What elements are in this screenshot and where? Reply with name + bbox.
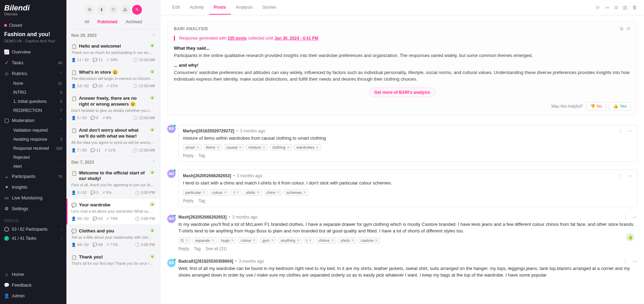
tab-activity[interactable]: Activity (185, 0, 209, 15)
feedback-no-button[interactable]: 👎No (586, 102, 606, 110)
copy-icon[interactable]: ⧉ (614, 5, 618, 10)
collapse-icon[interactable]: — (633, 259, 637, 264)
comment-author[interactable]: Mash[262052666262653] (178, 215, 227, 220)
remove-tag-icon[interactable]: ✕ (231, 238, 234, 242)
moderation-item[interactable]: Response received308 (9, 144, 66, 153)
tag-chip[interactable]: shirts ✕ (243, 189, 261, 196)
moderation-item[interactable]: Alert- (9, 162, 66, 171)
tag-chip[interactable]: separate ✕ (193, 237, 217, 244)
post-item[interactable]: 📋 Answer freely, there are no right or w… (66, 92, 160, 124)
tag-chip[interactable]: schemes ✕ (284, 189, 308, 196)
tag-button[interactable]: Tag (199, 153, 205, 158)
get-more-analysis-button[interactable]: Get more of BARI's analysis (369, 88, 435, 97)
nav-live-monitoring[interactable]: ▭ Live Monitoring (0, 192, 66, 203)
remove-tag-icon[interactable]: ✕ (236, 190, 239, 194)
post-item[interactable]: 📋 And don't worry about what we'll do wi… (66, 124, 160, 156)
nav-admin[interactable]: 👤 Admin (0, 290, 66, 301)
remove-tag-icon[interactable]: ✕ (316, 146, 319, 149)
avatar[interactable]: BA (167, 259, 176, 267)
status-tasks[interactable]: ✓ 41 / 41 Tasks › (0, 234, 66, 243)
remove-tag-icon[interactable]: ✕ (331, 238, 334, 242)
tab-posts[interactable]: Posts (209, 0, 231, 15)
avatar[interactable]: MA (167, 170, 176, 178)
tag-chip[interactable]: colour ✕ (210, 189, 229, 196)
tag-chip[interactable]: mixture ✕ (246, 144, 268, 150)
remove-tag-icon[interactable]: ✕ (303, 190, 306, 194)
rubric-item[interactable]: REDIRECTION7 (9, 106, 66, 115)
comment-author[interactable]: Martyn[261625529729272] (183, 129, 234, 133)
nav-overview[interactable]: 📈 Overview (0, 47, 66, 57)
remove-tag-icon[interactable]: ✕ (239, 146, 242, 149)
tag-chip[interactable]: t ✕ (231, 189, 241, 196)
tag-chip[interactable]: shirts ✕ (338, 237, 356, 244)
nav-tasks[interactable]: ✓ Tasks 48 (0, 57, 66, 68)
comment-menu-icon[interactable]: ⋮ (621, 215, 629, 220)
tag-chip[interactable]: smart ✕ (183, 144, 202, 150)
filter-archived[interactable]: Archived (122, 18, 146, 26)
remove-tag-icon[interactable]: ✕ (375, 238, 378, 242)
tag-icon[interactable]: ⊘ (596, 5, 600, 10)
tab-stories[interactable]: Stories (257, 0, 281, 15)
moderation-item[interactable]: Rejected- (9, 153, 66, 162)
tag-button[interactable]: Tag (199, 198, 205, 203)
delete-icon[interactable]: 🗑 (632, 5, 637, 10)
tag-chip[interactable]: clothing ✕ (270, 144, 292, 150)
tag-chip[interactable]: causal ✕ (224, 144, 244, 150)
reply-button[interactable]: Reply (183, 198, 194, 203)
filter-published[interactable]: Published (94, 18, 121, 26)
comment-author[interactable]: Badca81[261625530358004] (178, 259, 233, 264)
archive-icon[interactable]: ▥ (623, 5, 627, 10)
tag-chip[interactable]: anything ✕ (278, 237, 302, 244)
post-item[interactable]: 📋 Welcome to the official start of our s… (66, 167, 160, 199)
remove-tag-icon[interactable]: ✕ (252, 238, 255, 242)
remove-tag-icon[interactable]: ✕ (297, 238, 299, 242)
remove-tag-icon[interactable]: ✕ (351, 238, 354, 242)
remove-tag-icon[interactable]: ✕ (287, 146, 290, 149)
remove-tag-icon[interactable]: ✕ (263, 146, 265, 149)
remove-tag-icon[interactable]: ✕ (202, 190, 205, 194)
post-item[interactable]: 💬 Your wardrobe 🔒 Let's chat a bit about… (66, 199, 160, 225)
comment-menu-icon[interactable]: ⋮ (617, 129, 625, 133)
nav-rubrics[interactable]: ◇ Rubrics ⌃ (0, 68, 66, 79)
post-item[interactable]: 📋 What's in store 😄 🔒 The discussion wil… (66, 66, 160, 92)
moderation-item[interactable]: Awaiting response3 (9, 135, 66, 144)
filter-all[interactable]: All (81, 18, 92, 26)
posts-count-link[interactable]: 105 posts (227, 36, 247, 41)
rubric-item[interactable]: INTRO5 (9, 88, 66, 97)
like-indicator[interactable]: 👍 (626, 233, 634, 241)
refresh-analysis-icon[interactable]: ⟳ (627, 26, 630, 32)
comment-menu-icon[interactable]: ⋮ (621, 259, 629, 264)
refresh-button[interactable]: ⟳ (85, 5, 95, 15)
nav-insights[interactable]: ✦ Insights (0, 182, 66, 192)
rubric-item[interactable]: None31 (9, 79, 66, 88)
tag-chip[interactable]: colour ✕ (238, 237, 258, 244)
tag-chip[interactable]: hugo ✕ (219, 237, 236, 244)
tag-chip[interactable]: particular ✕ (183, 189, 208, 196)
remove-tag-icon[interactable]: ✕ (196, 146, 199, 149)
rubric-item[interactable]: 1. Initial questions5 (9, 97, 66, 106)
tag-chip[interactable]: items ✕ (204, 144, 222, 150)
date-header[interactable]: Dec 7, 2023⌃ (66, 156, 160, 167)
tag-chip[interactable]: f1 ✕ (178, 237, 191, 244)
nav-moderation[interactable]: ◯ Moderation ⌃ (0, 115, 66, 126)
tab-analysis[interactable]: Analysis (231, 0, 257, 15)
tag-chip[interactable]: wardrobes ✕ (294, 144, 321, 150)
tag-chip[interactable]: gym ✕ (260, 237, 276, 244)
remove-tag-icon[interactable]: ✕ (217, 146, 219, 149)
date-link[interactable]: Jan 30, 2024 · 4:41 PM (274, 36, 318, 41)
tag-button[interactable]: Tag (194, 246, 201, 251)
date-header[interactable]: Nov 29, 2023⌃ (66, 30, 160, 40)
reply-button[interactable]: Reply (183, 153, 194, 158)
avatar[interactable]: MA (167, 125, 176, 133)
comment-author[interactable]: Mash[262052666262653] (183, 173, 231, 178)
filter-button[interactable]: ▽ (108, 5, 118, 15)
tag-chip[interactable]: castore ✕ (359, 237, 380, 244)
remove-tag-icon[interactable]: ✕ (277, 190, 280, 194)
tag-chip[interactable]: t ✕ (304, 237, 314, 244)
remove-tag-icon[interactable]: ✕ (224, 190, 227, 194)
tab-edit[interactable]: Edit (167, 0, 185, 15)
post-item[interactable]: 💬 Clothes and you 🔒 Tell us a little abo… (66, 225, 160, 251)
remove-tag-icon[interactable]: ✕ (185, 238, 188, 242)
remove-tag-icon[interactable]: ✕ (271, 238, 274, 242)
nav-settings[interactable]: ⚙ Settings (0, 203, 66, 214)
